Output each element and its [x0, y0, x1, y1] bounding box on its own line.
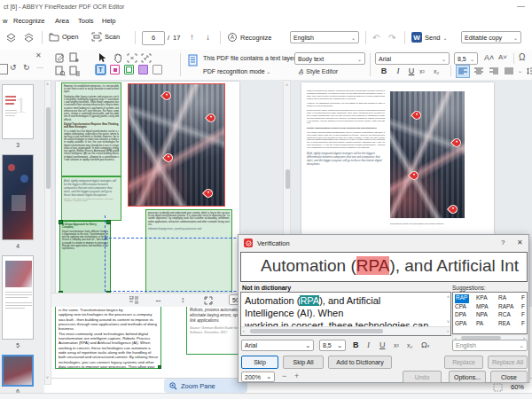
page-thumbnail-selected[interactable] [2, 355, 34, 387]
export-mode-select[interactable]: Editable copy⌄ [461, 31, 521, 43]
scrollbar-thumb[interactable] [250, 329, 383, 333]
zoom-in-button[interactable]: + [294, 372, 299, 380]
area-resize-handle[interactable] [106, 291, 111, 293]
crop-tool-icon[interactable] [0, 64, 8, 74]
dialog-title-bar[interactable]: Verification ? ✕ [239, 235, 528, 251]
pan-hand-icon[interactable] [113, 52, 123, 63]
dialog-italic-button[interactable]: I [367, 340, 370, 349]
language-select[interactable]: English⌄ [290, 31, 359, 43]
replace-all-button[interactable]: Replace All [488, 356, 528, 369]
menu-item-help[interactable]: Help [102, 17, 115, 25]
scroll-left-icon[interactable]: ‹ [243, 328, 245, 333]
align-center-button[interactable] [473, 66, 485, 77]
align-right-button[interactable] [488, 66, 500, 77]
page-number-input[interactable]: 6 [142, 31, 165, 45]
replace-button[interactable]: Replace [444, 356, 483, 369]
document-page-image[interactable]: However, for established enterprises, it… [56, 82, 239, 293]
suggestion-item[interactable]: RCA [498, 311, 521, 320]
dialog-subscript-button[interactable]: x₂ [407, 342, 412, 348]
suggestion-item[interactable]: F [521, 303, 528, 312]
read-page-icon[interactable] [69, 66, 80, 76]
pdf-recognition-mode-dropdown[interactable]: PDF recognition mode ⌄ [203, 68, 270, 74]
fit-page-icon[interactable] [204, 296, 213, 305]
open-button[interactable]: Open [49, 32, 78, 42]
menu-item-recognize[interactable]: Recognize [13, 17, 44, 25]
dialog-underline-button[interactable]: U [379, 340, 386, 349]
fit-height-icon[interactable]: ↕ [181, 295, 185, 304]
suggestions-list[interactable]: RAP KPA RA F CPA MPA RAPA F DPA NPA RCA … [452, 292, 528, 334]
suggestion-item[interactable]: PA [476, 320, 498, 329]
decrease-font-icon[interactable]: A˅ [498, 53, 507, 61]
add-to-dictionary-button[interactable]: Add to Dictionary [328, 356, 392, 369]
align-justify-button[interactable] [503, 66, 515, 77]
scroll-up-icon[interactable]: ˄ [286, 82, 288, 88]
main-zoom-level[interactable]: 60% [511, 383, 524, 391]
pages-scrollbar[interactable]: ˄ ˅ [44, 80, 51, 385]
skip-button[interactable]: Skip [241, 356, 278, 369]
bold-button[interactable]: B [378, 66, 390, 75]
area-resize-handle[interactable] [158, 365, 161, 369]
suggestion-item[interactable]: KPA [476, 294, 498, 303]
suggestion-item[interactable]: F [521, 320, 528, 329]
text-area-tool[interactable]: T [96, 65, 106, 74]
dialog-close-icon[interactable]: ✕ [517, 239, 523, 246]
font-name-select[interactable]: Arial⌄ [375, 52, 450, 65]
select-cursor-icon[interactable] [98, 52, 107, 63]
subscript-button[interactable]: x₂ [434, 68, 439, 74]
menu-item-tools[interactable]: Tools [78, 17, 94, 25]
next-page-icon[interactable]: ↓ [206, 33, 210, 42]
table-area-tool[interactable] [124, 65, 134, 74]
suggestion-item[interactable]: DPA [455, 311, 476, 320]
undo-icon[interactable]: ↶ [372, 33, 379, 43]
dialog-language-select[interactable]: English⌄ [452, 340, 528, 351]
chevron-down-icon[interactable]: ⌄ [518, 67, 522, 74]
scroll-down-icon[interactable]: ˅ [447, 319, 450, 325]
area-resize-handle[interactable] [59, 291, 63, 293]
dialog-bold-button[interactable]: B [353, 340, 359, 349]
dialog-text-editor[interactable]: Automation (RPA), and Artificial Intelli… [240, 292, 451, 336]
suggestion-item[interactable]: RA [498, 294, 521, 303]
resize-area-icon[interactable] [141, 53, 152, 63]
page-thumbnail[interactable] [2, 154, 34, 240]
thumbnails-layout-icon[interactable] [129, 296, 138, 304]
paragraph-style-select[interactable]: Body text⌄ [294, 52, 365, 65]
suggestion-item[interactable]: NPA [476, 311, 498, 320]
dialog-zoom-select[interactable]: 200%⌄ [241, 372, 275, 382]
superscript-button[interactable]: x² [419, 68, 425, 74]
previous-page-icon[interactable]: ↑ [190, 33, 194, 42]
suggestion-item[interactable]: CPA [455, 303, 476, 312]
underline-button[interactable]: U [405, 66, 418, 75]
recognize-button[interactable]: A Recognize [227, 32, 271, 43]
options-button[interactable]: Options... [449, 371, 486, 383]
more-tools-icon[interactable]: … [36, 62, 44, 70]
selected-text-area-region[interactable]: A Unique Approach for Every Company Digi… [60, 222, 110, 293]
dialog-font-name-select[interactable]: Arial⌄ [241, 340, 314, 351]
dialog-font-size-select[interactable]: 8,5⌄ [319, 340, 346, 351]
line-spacing-button[interactable] [525, 66, 532, 77]
style-editor-button[interactable]: A̲ Style Editor [299, 67, 338, 75]
scrollbar-thumb[interactable] [46, 107, 51, 189]
menu-item-area[interactable]: Area [55, 17, 69, 25]
text-area-region[interactable]: processes to identify and understand you… [146, 210, 231, 293]
area-resize-handle[interactable] [106, 220, 111, 224]
expand-panes-icon[interactable] [23, 32, 35, 43]
collapse-panes-icon[interactable] [5, 32, 17, 43]
font-size-select[interactable]: 8,5⌄ [454, 52, 478, 65]
suggestion-item[interactable]: F [521, 294, 528, 303]
page-thumbnail[interactable] [2, 255, 34, 340]
zoom-out-button[interactable]: − [282, 372, 286, 380]
text-area-region[interactable]: However, for established enterprises, it… [62, 83, 121, 176]
suggestion-item[interactable]: REA [498, 320, 521, 329]
minimize-button[interactable]: — [517, 2, 525, 11]
close-pages-panel-icon[interactable]: ✕ [35, 51, 42, 59]
suggestion-item[interactable]: MPA [476, 303, 498, 312]
special-symbol-icon[interactable]: Ω [519, 52, 525, 62]
scroll-down-icon[interactable]: ˅ [46, 375, 49, 380]
text-area-region[interactable]: Bold, tightly integrated digital strateg… [62, 177, 121, 220]
background-picture-area-tool[interactable] [138, 65, 148, 74]
skip-all-button[interactable]: Skip All [283, 356, 324, 369]
suggestion-item[interactable]: RAPA [498, 303, 521, 312]
redo-icon[interactable]: ↷ [388, 33, 395, 43]
increase-font-icon[interactable]: A˄ [484, 53, 494, 62]
edit-image-icon[interactable] [55, 52, 66, 63]
